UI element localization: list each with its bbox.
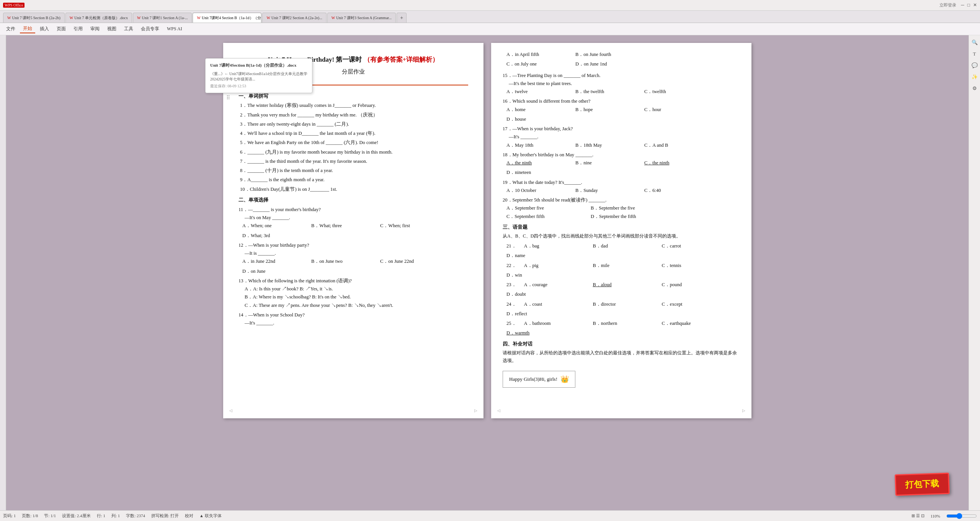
tab-add[interactable]: + [397, 13, 407, 23]
toolbar-home[interactable]: 开始 [20, 25, 35, 33]
q21-optB: B．dad [593, 242, 654, 250]
q12: 12．—When is your birthday party? —It is … [238, 241, 468, 275]
right-page-corner-left: ◁ [497, 407, 500, 414]
col: 列: 1 [111, 513, 120, 519]
q18-optA: A．the ninth [506, 159, 568, 167]
proofread[interactable]: 校对 [185, 513, 193, 519]
q14-options-cd: C．on July one D．on June 1nd [506, 60, 740, 68]
q19-optA: A．10 October [506, 187, 568, 195]
q24-optC: C．except [662, 300, 723, 308]
q23: 23． A．courage B．aloud C．pound D．doubt [503, 281, 740, 299]
q12-optB: B．on June two [311, 257, 372, 265]
q10: 10．Children's Day(儿童节) is on J________ 1… [238, 185, 468, 193]
q8: 8．_______ (十月) is the tenth month of a y… [238, 167, 468, 175]
q19: 19．What is the date today? It's_______. … [503, 179, 740, 195]
toolbar-view[interactable]: 视图 [104, 25, 119, 33]
right-panel-settings[interactable]: ⚙ [970, 84, 979, 93]
q16-optB: B．hope [575, 106, 637, 114]
view-icons: ⊞ ☰ ⊡ [911, 513, 924, 518]
q25-optD: D．warmth [506, 329, 568, 337]
section: 节: 1/1 [44, 513, 56, 519]
zoom-level: 110% [931, 514, 940, 518]
happy-girls-icon: 👑 [560, 374, 569, 385]
bottom-bar: 页码: 1 页数: 1/8 节: 1/1 设置值: 2.4厘米 行: 1 列: … [0, 510, 980, 521]
tab-5[interactable]: W Unit 7 课时2 Section A (2a-2e)... [262, 13, 326, 23]
login-button[interactable]: 立即登录 [939, 2, 956, 8]
right-panel-comment[interactable]: 💬 [970, 61, 979, 70]
tab-dropdown: Unit 7课时4Section B(1a-1d)（分层作业）.docx 《重.… [205, 58, 312, 93]
happy-girls-text: Happy Girls(3)Hi, girls! [509, 375, 557, 383]
q14-options: A．in April fifth B．on June fourth [506, 51, 740, 59]
q16-optD: D．house [506, 115, 568, 123]
q15-optB: B．the twelfth [575, 88, 637, 96]
left-page: ⠿ Unit 7 Happy Birthday! 第一课时 （有参考答案+详细解… [223, 43, 483, 418]
tab-2[interactable]: W Unit 7 单元检测（原卷版）.docx [65, 13, 132, 23]
part3-title: 三、语音题 [503, 223, 740, 231]
q3: 3．There are only twenty-eight days in __… [238, 120, 468, 128]
part4-title: 四、补全对话 [503, 340, 740, 348]
q17-optC: C．A and B [644, 141, 706, 149]
tab-6[interactable]: W Unit 7 课时3 Section A (Grammar... [327, 13, 396, 23]
tab-4-active[interactable]: W Unit 7课时4 Section B（1a-1d）（分层作业）.docx … [193, 13, 261, 23]
tab-3[interactable]: W Unit 7 课时1 Section A (1a-... [133, 13, 192, 23]
q22-optD: D．win [506, 271, 568, 279]
page-corner-left: ◁ [229, 407, 232, 414]
tab-1[interactable]: W Unit 7 课时5 Section B (2a-2b) [3, 13, 65, 23]
right-panel-ai[interactable]: ✨ [970, 73, 979, 81]
page-info: 页码: 1 [3, 513, 16, 519]
toolbar-vip[interactable]: 会员专享 [138, 25, 162, 33]
left-sidebar [0, 35, 6, 510]
q24: 24． A．coast B．director C．except D．reflec… [503, 300, 740, 318]
dropdown-title: Unit 7课时4Section B(1a-1d)（分层作业）.docx [209, 62, 309, 69]
drag-handle[interactable]: ⠿ [226, 93, 230, 103]
close-button[interactable]: ✕ [973, 2, 977, 8]
page-corner-right: ▷ [474, 407, 477, 414]
q23-optB: B．aloud [593, 281, 654, 289]
q12-optA: A．in June 22nd [242, 257, 304, 265]
happy-girls-box: Happy Girls(3)Hi, girls! 👑 [503, 371, 575, 388]
q18: 18．My brother's birthday is on May _____… [503, 151, 740, 177]
spell: 拼写检测: 打开 [151, 513, 179, 519]
q9: 9．A_______ is the eighth month of a year… [238, 176, 468, 184]
q20-optB: B．September the five [591, 204, 667, 212]
download-banner[interactable]: 打包下载 [895, 473, 950, 496]
main-toolbar: 文件 开始 插入 页面 引用 审阅 视图 工具 会员专享 WPS AI [0, 23, 980, 35]
q1: 1．The winter holiday (寒假) usually comes … [238, 102, 468, 110]
q21-optC: C．carrot [662, 242, 723, 250]
toolbar-references[interactable]: 引用 [70, 25, 86, 33]
dropdown-item-1: 《重...》← Unit7课时4SectionB1a1d分层作业大单元总教学20… [209, 70, 309, 83]
q11-optB: B．What; three [311, 222, 372, 230]
toolbar-insert[interactable]: 插入 [37, 25, 52, 33]
q22: 22． A．pig B．mile C．tennis D．win [503, 262, 740, 280]
words: 字数: 2374 [126, 513, 145, 519]
dropdown-time: 最近保存: 08-09 12:53 [209, 83, 309, 90]
q23-optD: D．doubt [506, 290, 568, 298]
minimize-button[interactable]: ─ [961, 2, 964, 8]
q16-optA: A．home [506, 106, 568, 114]
toolbar-page[interactable]: 页面 [54, 25, 69, 33]
part4-desc: 请根据对话内容，从所给的选项中选出能填入空白处的最佳选项，并将答案写在相应的位置… [503, 349, 740, 365]
right-panel-translate[interactable]: T [970, 50, 979, 58]
q14-optB: B．on June fourth [575, 51, 637, 59]
q22-optA: A．pig [524, 262, 585, 270]
q7: 7．_______ is the third month of the year… [238, 157, 468, 165]
toolbar-file[interactable]: 文件 [3, 25, 18, 33]
right-panel-search[interactable]: 🔍 [970, 38, 979, 47]
q17-optB: B．18th May [575, 141, 637, 149]
right-page-corner-right: ▷ [742, 407, 745, 414]
q24-optD: D．reflect [506, 310, 568, 318]
q21: 21． A．bag B．dad C．carrot D．name [503, 242, 740, 260]
toolbar-ai[interactable]: WPS AI [164, 25, 185, 33]
zoom-slider[interactable] [946, 513, 977, 519]
title-red: （有参考答案+详细解析） [364, 56, 439, 63]
line: 行: 1 [97, 513, 105, 519]
q15-optC: C．twelfth [644, 88, 706, 96]
maximize-button[interactable]: □ [967, 2, 970, 8]
q17-optA: A．May 18th [506, 141, 568, 149]
q19-optC: C．6:40 [644, 187, 706, 195]
part2-title: 二、单项选择 [238, 196, 468, 204]
toolbar-review[interactable]: 审阅 [87, 25, 103, 33]
toolbar-tools[interactable]: 工具 [121, 25, 136, 33]
q21-optD: D．name [506, 252, 568, 260]
right-panel: 🔍 T 💬 ✨ ⚙ [969, 35, 980, 510]
